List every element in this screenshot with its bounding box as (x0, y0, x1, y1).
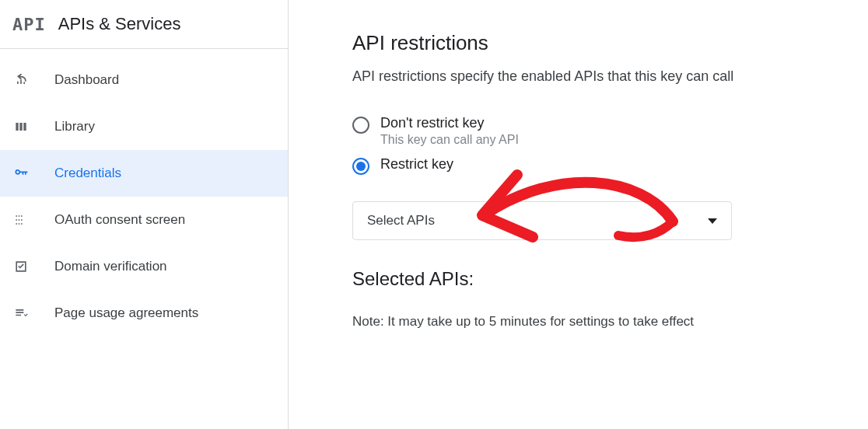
settings-note: Note: It may take up to 5 minutes for se… (352, 312, 741, 332)
consent-icon (12, 211, 30, 228)
sidebar-header: API APIs & Services (0, 0, 288, 49)
radio-label: Restrict key (380, 156, 453, 173)
api-logo: API (12, 15, 46, 34)
check-square-icon (12, 258, 30, 275)
api-restrictions-title: API restrictions (352, 31, 864, 55)
dropdown-label: Select APIs (367, 213, 435, 228)
radio-restrict-key[interactable]: Restrict key (352, 152, 864, 180)
sidebar-item-page-usage-agreements[interactable]: Page usage agreements (0, 290, 288, 337)
page-title: APIs & Services (58, 14, 181, 34)
agreement-icon (12, 305, 30, 322)
sidebar-item-library[interactable]: Library (0, 103, 288, 150)
sidebar-item-credentials[interactable]: Credentials (0, 150, 288, 197)
sidebar-item-label: Dashboard (54, 72, 119, 88)
radio-sublabel: This key can call any API (380, 133, 519, 147)
select-apis-dropdown[interactable]: Select APIs (352, 201, 732, 240)
api-restrictions-description: API restrictions specify the enabled API… (352, 66, 741, 87)
radio-circle-icon[interactable] (352, 158, 369, 175)
sidebar-item-dashboard[interactable]: Dashboard (0, 57, 288, 103)
key-icon (12, 165, 30, 182)
radio-dont-restrict[interactable]: Don't restrict key This key can call any… (352, 110, 864, 152)
sidebar-item-oauth-consent[interactable]: OAuth consent screen (0, 197, 288, 243)
sidebar-item-label: Page usage agreements (54, 305, 198, 321)
selected-apis-title: Selected APIs: (352, 268, 864, 290)
chevron-down-icon (708, 218, 717, 224)
library-icon (12, 118, 30, 135)
main-content: API restrictions API restrictions specif… (289, 0, 864, 332)
sidebar-item-label: OAuth consent screen (54, 212, 185, 228)
sidebar-item-label: Library (54, 119, 95, 134)
radio-label: Don't restrict key (380, 115, 519, 131)
sidebar-item-label: Credentials (54, 166, 121, 181)
radio-group-restrictions: Don't restrict key This key can call any… (352, 110, 864, 180)
radio-circle-icon[interactable] (352, 117, 369, 134)
sidebar-item-domain-verification[interactable]: Domain verification (0, 243, 288, 290)
sidebar-item-label: Domain verification (54, 259, 167, 274)
dashboard-icon (12, 72, 30, 89)
sidebar-nav: Dashboard Library Credentials OAuth cons… (0, 49, 288, 337)
sidebar: API APIs & Services Dashboard Library Cr… (0, 0, 289, 429)
